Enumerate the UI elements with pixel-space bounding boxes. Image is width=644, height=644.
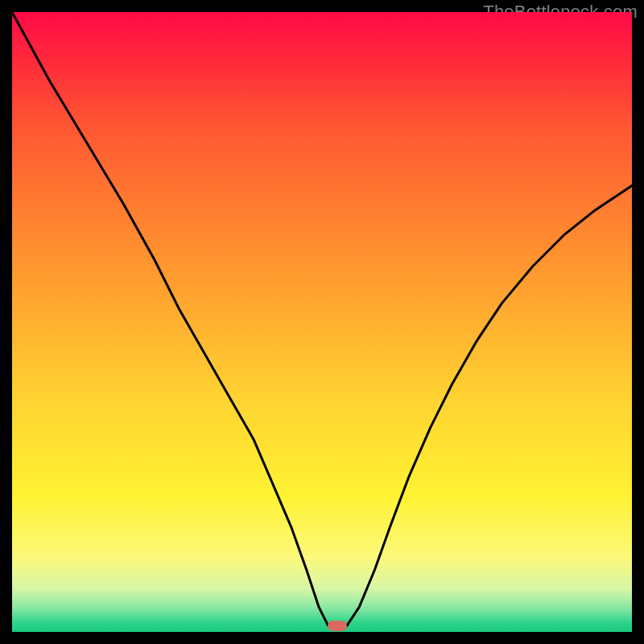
bottleneck-curve (12, 12, 632, 632)
optimum-marker (328, 621, 347, 631)
plot-area (12, 12, 632, 632)
curve-path (12, 12, 632, 625)
chart-frame: TheBottleneck.com (0, 0, 644, 644)
